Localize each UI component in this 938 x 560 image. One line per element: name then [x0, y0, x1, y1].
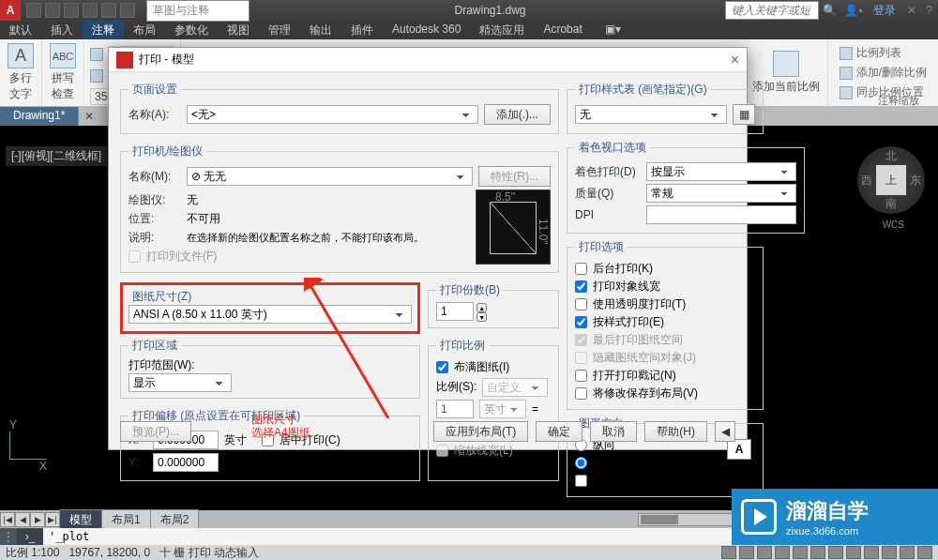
close-icon[interactable]: × [731, 52, 739, 68]
opt-transparency[interactable] [575, 298, 587, 310]
status-icon[interactable] [917, 546, 932, 559]
shade-plot-select[interactable]: 按显示 [646, 162, 796, 181]
plot-style-select[interactable]: 无 [575, 105, 727, 124]
offset-y-input[interactable] [153, 453, 219, 472]
qat-open-icon[interactable] [45, 3, 60, 18]
scale-in-input [436, 400, 474, 418]
landscape-radio[interactable] [575, 457, 587, 469]
status-coords: 19767, 18200, 0 [68, 546, 150, 559]
new-tab-button[interactable]: ✕ [79, 107, 99, 126]
qat-undo-icon[interactable] [83, 3, 98, 18]
dialog-footer: 预览(P)... 应用到布局(T) 确定 取消 帮助(H) ◀ [120, 421, 735, 442]
cmd-prompt-icon[interactable]: ›_ [17, 528, 43, 545]
exchange-icon[interactable]: ✕ [907, 4, 916, 17]
cancel-button[interactable]: 取消 [590, 421, 637, 442]
copies-up[interactable]: ▲ [477, 303, 487, 312]
upside-checkbox[interactable] [575, 475, 587, 487]
plot-dialog: 打印 - 模型 × 页面设置 名称(A): <无> 添加(.)... 打印机/绘… [108, 47, 748, 450]
tab-acrobat[interactable]: Acrobat [534, 21, 591, 39]
status-icon[interactable] [846, 546, 861, 559]
status-icon[interactable] [739, 546, 754, 559]
tab-insert[interactable]: 插入 [41, 21, 83, 39]
tab-nav-first[interactable]: |◀ [0, 512, 15, 527]
watermark-badge: 溜溜自学 zixue.3d66.com [732, 489, 938, 545]
status-icon[interactable] [900, 546, 915, 559]
copies-down[interactable]: ▼ [477, 312, 487, 322]
help-button[interactable]: 帮助(H) [644, 421, 707, 442]
status-scale[interactable]: 比例 1:100 [6, 545, 59, 561]
tab-nav-prev[interactable]: ◀ [15, 512, 30, 527]
status-icon[interactable] [775, 546, 790, 559]
help-search-input[interactable] [725, 1, 819, 20]
status-toggle-icons [721, 546, 932, 559]
cmd-handle-icon[interactable]: ⋮ [0, 528, 17, 545]
tab-annotate[interactable]: 注释 [83, 21, 124, 39]
status-icon[interactable] [810, 546, 825, 559]
tab-output[interactable]: 输出 [300, 21, 341, 39]
viewport-label[interactable]: [-][俯视][二维线框] [6, 146, 107, 166]
cube-top-face[interactable]: 上 [876, 165, 906, 195]
help-icon[interactable]: ? [926, 4, 932, 17]
tab-default[interactable]: 默认 [0, 21, 41, 39]
fit-to-paper-checkbox[interactable] [436, 361, 448, 373]
tab-featured[interactable]: 精选应用 [470, 21, 534, 39]
app-icon[interactable]: A [0, 0, 21, 21]
spellcheck-button[interactable]: ABC 拼写 检查 [42, 39, 84, 106]
opt-styles[interactable] [575, 316, 587, 328]
status-icon[interactable] [882, 546, 897, 559]
apply-button[interactable]: 应用到布局(T) [433, 421, 528, 442]
view-cube[interactable]: 北 南 西 东 上 [857, 146, 925, 214]
annotation-text: 图纸尺寸 选择A4图纸 [251, 413, 310, 440]
wcs-label[interactable]: WCS [883, 219, 904, 230]
login-link[interactable]: 登录 [873, 3, 896, 19]
tab-manage[interactable]: 管理 [259, 21, 300, 39]
dialog-titlebar[interactable]: 打印 - 模型 × [109, 48, 747, 72]
page-setup-select[interactable]: <无> [187, 105, 478, 124]
opt-background[interactable] [575, 263, 587, 275]
multiline-text-button[interactable]: A 多行 文字 [0, 39, 42, 106]
plot-style-edit-button[interactable]: ▦ [733, 104, 755, 125]
qat-redo-icon[interactable] [101, 3, 116, 18]
tab-a360[interactable]: Autodesk 360 [383, 21, 470, 39]
scale-lineweight-checkbox [436, 445, 448, 457]
tab-nav-next[interactable]: ▶ [30, 512, 45, 527]
tab-layout[interactable]: 布局 [124, 21, 165, 39]
tab-expand-icon[interactable]: ▣▾ [596, 21, 630, 39]
scale-select: 自定义 [482, 378, 548, 397]
tab-view[interactable]: 视图 [218, 21, 259, 39]
dialog-title: 打印 - 模型 [139, 52, 194, 68]
doc-tab-drawing1[interactable]: Drawing1* [0, 107, 79, 126]
tab-parametric[interactable]: 参数化 [165, 21, 218, 39]
status-icon[interactable] [721, 546, 736, 559]
copies-input[interactable] [436, 302, 474, 321]
workspace-dropdown[interactable]: 草图与注释 [146, 0, 250, 22]
tab-plugins[interactable]: 插件 [341, 21, 383, 39]
status-icon[interactable] [864, 546, 879, 559]
expand-button[interactable]: ◀ [715, 421, 735, 442]
printer-select[interactable]: ⊘ 无无 [187, 167, 473, 186]
status-icon[interactable] [828, 546, 843, 559]
add-page-setup-button[interactable]: 添加(.)... [484, 104, 551, 125]
shaded-viewport-group: 着色视口选项 着色打印(D)按显示 质量(Q)常规 DPI [567, 140, 805, 234]
tab-nav-last[interactable]: ▶| [45, 512, 60, 527]
search-icon[interactable]: 🔍 [823, 4, 837, 17]
status-icon[interactable] [757, 546, 772, 559]
quality-select[interactable]: 常规 [646, 184, 796, 203]
opt-stamp[interactable] [575, 370, 587, 382]
scale-add-icon [773, 51, 799, 77]
scale-list-button[interactable]: 比例列表 [834, 43, 932, 63]
qat-new-icon[interactable] [26, 3, 41, 18]
scale-edit-icon [840, 67, 853, 80]
add-delete-scale-button[interactable]: 添加/删除比例 [834, 63, 932, 83]
opt-save-layout[interactable] [575, 387, 587, 400]
opt-lineweights[interactable] [575, 280, 587, 293]
preview-button: 预览(P)... [120, 421, 191, 442]
status-icon[interactable] [793, 546, 808, 559]
plot-to-file-checkbox [129, 250, 141, 263]
ok-button[interactable]: 确定 [536, 421, 582, 442]
plot-what-select[interactable]: 显示 [129, 373, 232, 392]
qat-print-icon[interactable] [120, 3, 135, 18]
btn-label: 拼写 [52, 70, 74, 86]
user-icon[interactable]: 👤▪ [844, 4, 862, 17]
qat-save-icon[interactable] [64, 3, 79, 18]
